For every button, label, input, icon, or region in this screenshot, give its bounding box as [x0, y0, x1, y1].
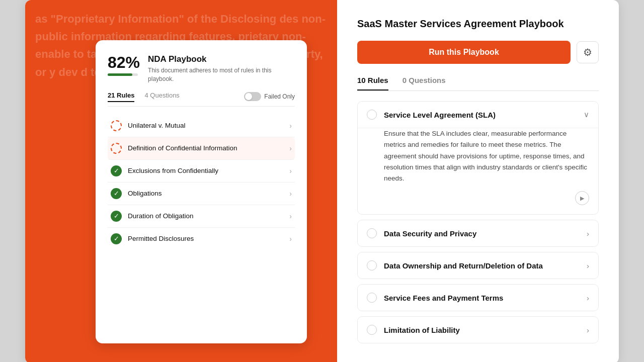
rule-item-obligations[interactable]: ✓ Obligations ›	[108, 183, 295, 205]
chevron-icon-definition: ›	[289, 144, 292, 152]
accordion-service-fees: Service Fees and Payment Terms ›	[357, 284, 599, 311]
chevron-right-icon-data-ownership: ›	[587, 261, 589, 270]
failed-only-toggle[interactable]	[244, 92, 261, 101]
playbook-main-title: SaaS Master Services Agreement Playbook	[357, 18, 599, 30]
playbook-card: 82% NDA Playbook This document adheres t…	[96, 40, 307, 343]
rule-icon-dashed-unilateral	[111, 120, 122, 131]
rule-label-obligations: Obligations	[128, 190, 289, 197]
rule-icon-green-obligations: ✓	[111, 188, 122, 199]
accordion-header-sla[interactable]: Service Level Agreement (SLA) ∨	[358, 102, 598, 128]
accordion-sla: Service Level Agreement (SLA) ∨ Ensure t…	[357, 101, 599, 215]
rule-icon-green-duration: ✓	[111, 211, 122, 222]
accordion-body-sla: Ensure that the SLA includes clear, meas…	[358, 128, 598, 214]
play-icon-row: ▶	[384, 191, 589, 205]
card-tabs: 21 Rules 4 Questions Failed Only	[108, 92, 295, 107]
chevron-icon-obligations: ›	[289, 190, 292, 198]
tab-10-rules[interactable]: 10 Rules	[357, 76, 388, 90]
accordion-header-data-security[interactable]: Data Security and Privacy ›	[358, 220, 598, 246]
failed-only-label: Failed Only	[264, 93, 295, 100]
accordion-header-limitation[interactable]: Limitation of Liability ›	[358, 317, 598, 343]
percent-value: 82%	[108, 54, 140, 70]
chevron-icon-unilateral: ›	[289, 122, 292, 130]
rules-list: Unilateral v. Mutual › Definition of Con…	[108, 115, 295, 250]
accordion-title-data-security: Data Security and Privacy	[384, 229, 587, 238]
rule-label-definition: Definition of Confidential Information	[128, 144, 289, 152]
settings-button[interactable]: ⚙	[577, 41, 599, 63]
main-card: as "Proprietary Information" of the Disc…	[25, 0, 619, 362]
rule-label-permitted: Permitted Disclosures	[128, 235, 289, 242]
progress-bar-inner	[108, 73, 132, 76]
left-panel: as "Proprietary Information" of the Disc…	[25, 0, 337, 362]
toggle-knob	[245, 93, 252, 100]
top-actions: Run this Playbook ⚙	[357, 41, 599, 64]
play-button-sla[interactable]: ▶	[575, 191, 589, 205]
percent-block: 82%	[108, 54, 140, 76]
accordion-data-security: Data Security and Privacy ›	[357, 220, 599, 247]
accordion-title-data-ownership: Data Ownership and Return/Deletion of Da…	[384, 261, 587, 270]
rule-item-permitted[interactable]: ✓ Permitted Disclosures ›	[108, 228, 295, 250]
chevron-icon-exclusions: ›	[289, 167, 292, 175]
rule-label-duration: Duration of Obligation	[128, 212, 289, 220]
rule-label-exclusions: Exclusions from Confidentially	[128, 167, 289, 174]
card-header: 82% NDA Playbook This document adheres t…	[108, 54, 295, 83]
progress-bar-outer	[108, 73, 138, 76]
accordion-header-service-fees[interactable]: Service Fees and Payment Terms ›	[358, 285, 598, 311]
right-panel: SaaS Master Services Agreement Playbook …	[337, 0, 619, 362]
rule-icon-green-exclusions: ✓	[111, 165, 122, 176]
tab-questions[interactable]: 4 Questions	[144, 92, 179, 102]
accordion-header-data-ownership[interactable]: Data Ownership and Return/Deletion of Da…	[358, 252, 598, 279]
accordion-desc-sla: Ensure that the SLA includes clear, meas…	[384, 128, 589, 184]
run-playbook-button[interactable]: Run this Playbook	[357, 41, 571, 64]
failed-toggle: Failed Only	[244, 92, 295, 101]
rule-item-exclusions[interactable]: ✓ Exclusions from Confidentially ›	[108, 160, 295, 183]
rule-item-definition[interactable]: Definition of Confidential Information ›	[108, 137, 295, 160]
chevron-down-icon-sla: ∨	[584, 110, 589, 119]
rule-icon-green-permitted: ✓	[111, 233, 122, 244]
accordion-title-limitation: Limitation of Liability	[384, 326, 587, 334]
accordion-circle-sla	[367, 110, 377, 120]
rule-label-unilateral: Unilateral v. Mutual	[128, 122, 289, 129]
accordion-title-service-fees: Service Fees and Payment Terms	[384, 294, 587, 302]
accordion-limitation: Limitation of Liability ›	[357, 316, 599, 343]
tab-0-questions[interactable]: 0 Questions	[403, 76, 446, 90]
rule-icon-dashed-definition	[111, 143, 122, 154]
chevron-right-icon-limitation: ›	[587, 326, 589, 334]
accordion-circle-data-security	[367, 228, 377, 238]
playbook-info: NDA Playbook This document adheres to mo…	[148, 54, 295, 83]
accordion-data-ownership: Data Ownership and Return/Deletion of Da…	[357, 252, 599, 279]
accordion-circle-data-ownership	[367, 260, 377, 270]
chevron-right-icon-service-fees: ›	[587, 294, 589, 302]
chevron-right-icon-data-security: ›	[587, 229, 589, 238]
main-tabs-row: 10 Rules 0 Questions	[357, 76, 599, 91]
chevron-icon-permitted: ›	[289, 235, 292, 243]
rule-item-unilateral[interactable]: Unilateral v. Mutual ›	[108, 115, 295, 137]
playbook-title: NDA Playbook	[148, 54, 295, 64]
accordion-circle-limitation	[367, 325, 377, 335]
gear-icon: ⚙	[583, 46, 592, 58]
playbook-desc: This document adheres to most of rules i…	[148, 66, 295, 83]
tab-rules[interactable]: 21 Rules	[108, 92, 134, 102]
chevron-icon-duration: ›	[289, 212, 292, 220]
rule-item-duration[interactable]: ✓ Duration of Obligation ›	[108, 205, 295, 228]
accordion-circle-service-fees	[367, 293, 377, 303]
accordion-title-sla: Service Level Agreement (SLA)	[384, 111, 584, 119]
